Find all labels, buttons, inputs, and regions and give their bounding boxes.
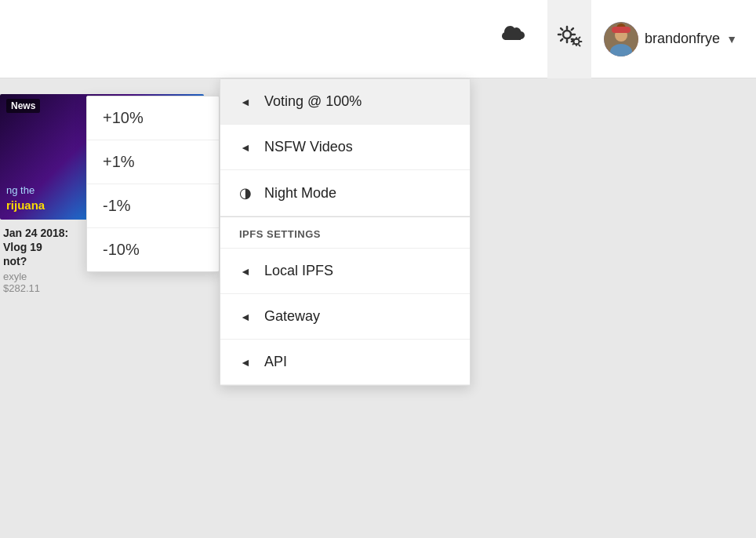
percent-item-minus10[interactable]: -10% (87, 228, 219, 271)
header: brandonfrye ▼ (0, 0, 756, 78)
video-thumb-subtitle: ng the (6, 184, 35, 196)
user-dropdown-arrow: ▼ (726, 33, 737, 45)
video-price: $282.11 (3, 282, 201, 294)
main-content: rijuana ng the News 13:34 Jan 24 2018: V… (0, 78, 756, 538)
menu-item-nsfw[interactable]: ◄ NSFW Videos (220, 125, 470, 170)
settings-button[interactable] (547, 0, 591, 78)
svg-point-0 (563, 31, 571, 38)
percent-item-plus1[interactable]: +1% (87, 140, 219, 184)
api-icon: ◄ (239, 356, 252, 369)
local-ipfs-label: Local IPFS (264, 263, 333, 279)
menu-item-nightmode[interactable]: ◑ Night Mode (220, 170, 470, 216)
news-badge: News (6, 99, 40, 113)
nightmode-label: Night Mode (264, 185, 336, 202)
menu-item-api[interactable]: ◄ API (220, 340, 470, 385)
percent-item-minus1[interactable]: -1% (87, 184, 219, 228)
percent-menu: +10% +1% -1% -10% (86, 96, 220, 272)
nsfw-label: NSFW Videos (264, 139, 353, 155)
gateway-icon: ◄ (239, 311, 252, 323)
settings-icon (553, 21, 586, 56)
voting-label: Voting @ 100% (264, 93, 362, 110)
ipfs-section-header: IPFS SETTINGS (220, 217, 470, 249)
api-label: API (264, 354, 287, 370)
settings-dropdown-menu: ◄ Voting @ 100% ◄ NSFW Videos ◑ Night Mo… (220, 78, 471, 386)
gateway-label: Gateway (264, 308, 320, 325)
upload-icon (499, 22, 527, 56)
upload-button[interactable] (491, 0, 535, 78)
local-ipfs-icon: ◄ (239, 265, 252, 278)
menu-item-gateway[interactable]: ◄ Gateway (220, 294, 470, 340)
nsfw-icon: ◄ (239, 141, 252, 154)
user-profile-button[interactable]: brandonfrye ▼ (604, 22, 737, 56)
menu-item-local-ipfs[interactable]: ◄ Local IPFS (220, 249, 470, 294)
video-thumb-title1: rijuana (6, 198, 45, 212)
nightmode-icon: ◑ (239, 184, 252, 202)
svg-rect-6 (612, 27, 631, 33)
percent-item-plus10[interactable]: +10% (87, 96, 219, 140)
voting-icon: ◄ (239, 96, 252, 108)
menu-item-voting[interactable]: ◄ Voting @ 100% (220, 79, 470, 125)
avatar (604, 22, 638, 56)
username-text: brandonfrye (645, 31, 720, 47)
